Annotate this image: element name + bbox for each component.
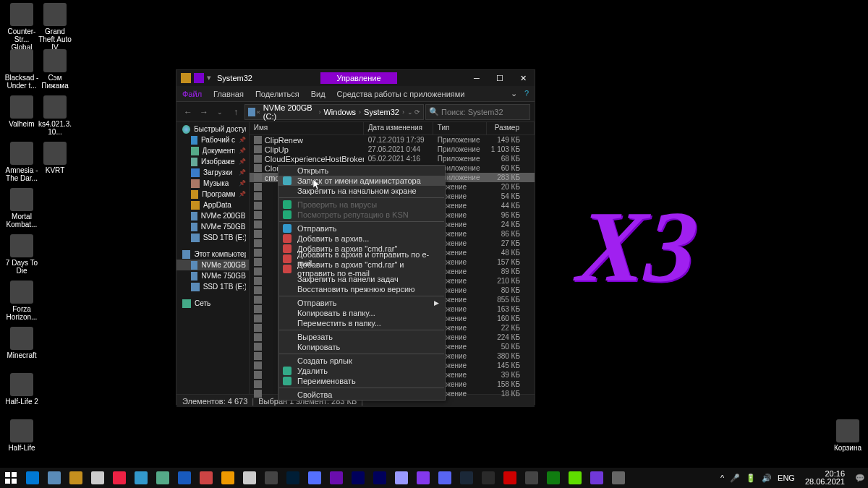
- sidebar-item[interactable]: Документы: [176, 145, 249, 156]
- taskbar-app[interactable]: [391, 468, 412, 488]
- taskbar-app[interactable]: [499, 468, 521, 488]
- sidebar-item[interactable]: Изображения: [176, 156, 249, 167]
- desktop-icon[interactable]: Mortal Kombat...: [4, 188, 39, 228]
- desktop-icon[interactable]: Half-Life 2: [4, 373, 39, 406]
- context-menu-item[interactable]: Закрепить на панели задач: [278, 274, 445, 284]
- sidebar-item[interactable]: Сеть: [176, 298, 249, 309]
- taskbar-app[interactable]: [564, 468, 586, 488]
- desktop-icon[interactable]: Корзина: [830, 419, 865, 452]
- context-menu-item[interactable]: Создать ярлык: [278, 356, 445, 366]
- taskbar-app[interactable]: [239, 468, 260, 488]
- sidebar-item[interactable]: NVMe 200GB (C: ≠: [176, 210, 249, 221]
- context-menu-item[interactable]: Вырезать: [278, 332, 445, 342]
- context-menu-item[interactable]: Копировать в папку...: [278, 308, 445, 318]
- desktop-icon[interactable]: Amnesia - The Dar...: [4, 142, 39, 182]
- desktop-icon[interactable]: ks4.021.3.10...: [38, 95, 72, 136]
- file-row[interactable]: ClipUp27.06.2021 0:44Приложение1 103 КБ: [250, 145, 535, 154]
- context-menu-item[interactable]: Копировать: [278, 342, 445, 352]
- taskbar-app[interactable]: [304, 468, 326, 488]
- desktop-icon[interactable]: Blacksad - Under t...: [4, 49, 39, 90]
- desktop-icon[interactable]: Half-Life: [4, 419, 39, 452]
- context-menu-item[interactable]: Переименовать: [278, 376, 445, 386]
- tray-expand-icon[interactable]: ^: [720, 474, 724, 482]
- ribbon-view[interactable]: Вид: [311, 90, 326, 98]
- sidebar-item[interactable]: NVMe 200GB (C:): [176, 260, 249, 270]
- taskbar-app[interactable]: [542, 468, 564, 488]
- file-row[interactable]: ClipRenew07.12.2019 17:39Приложение149 К…: [250, 135, 535, 145]
- desktop-icon[interactable]: Minecraft: [4, 327, 39, 359]
- taskbar-app[interactable]: [521, 468, 542, 488]
- sidebar-item[interactable]: NVMe 750GB (D:): [176, 270, 249, 281]
- sidebar-item[interactable]: SSD 1TB (E:): [176, 232, 249, 243]
- start-button[interactable]: [0, 468, 22, 488]
- context-menu-item[interactable]: Открыть: [278, 166, 445, 176]
- help-icon[interactable]: ?: [524, 89, 529, 98]
- desktop-icon[interactable]: KVRT: [38, 142, 72, 174]
- taskbar-app[interactable]: [282, 468, 304, 488]
- desktop-icon[interactable]: Grand Theft Auto IV: [38, 3, 72, 51]
- volume-icon[interactable]: 🔊: [762, 474, 772, 483]
- desktop-icon[interactable]: Forza Horizon...: [4, 281, 39, 321]
- context-menu-item[interactable]: Переместить в папку...: [278, 318, 445, 328]
- battery-icon[interactable]: 🔋: [746, 474, 756, 483]
- desktop-icon[interactable]: Valheim: [4, 95, 39, 128]
- col-type[interactable]: Тип: [433, 122, 487, 134]
- taskbar-app[interactable]: [87, 468, 109, 488]
- taskbar-app[interactable]: [260, 468, 282, 488]
- taskbar-app[interactable]: [217, 468, 239, 488]
- back-button[interactable]: ←: [181, 105, 195, 119]
- search-input[interactable]: 🔍 Поиск: System32: [425, 104, 530, 120]
- sidebar-item[interactable]: Рабочий стол: [176, 134, 249, 145]
- titlebar[interactable]: ▾ System32 Управление ─ ☐ ✕: [176, 70, 535, 86]
- sidebar-item[interactable]: NVMe 750GB (D: ≠: [176, 221, 249, 232]
- crumb-drive[interactable]: NVMe 200GB (C:): [262, 103, 318, 121]
- taskbar-app[interactable]: [174, 468, 195, 488]
- sidebar-item[interactable]: Программы: [176, 189, 249, 200]
- up-button[interactable]: ↑: [229, 105, 243, 119]
- ribbon-apptools[interactable]: Средства работы с приложениями: [337, 90, 465, 98]
- refresh-icon[interactable]: ⟳: [414, 108, 420, 116]
- taskbar-app[interactable]: [43, 468, 65, 488]
- taskbar-app[interactable]: [477, 468, 499, 488]
- context-menu-item[interactable]: Свойства: [278, 390, 445, 400]
- taskbar-app[interactable]: [456, 468, 477, 488]
- ribbon-home[interactable]: Главная: [213, 90, 244, 98]
- context-menu-item[interactable]: Запуск от имени администратора: [278, 176, 445, 186]
- context-menu-item[interactable]: Восстановить прежнюю версию: [278, 284, 445, 294]
- maximize-button[interactable]: ☐: [488, 70, 511, 86]
- desktop-icon[interactable]: 7 Days To Die: [4, 234, 39, 275]
- col-size[interactable]: Размер: [487, 122, 535, 134]
- recent-button[interactable]: ⌄: [213, 105, 227, 119]
- context-menu-item[interactable]: Добавить в архив...: [278, 234, 445, 244]
- col-date[interactable]: Дата изменения: [364, 122, 433, 134]
- taskbar-app[interactable]: [109, 468, 130, 488]
- clock[interactable]: 20:16 28.06.2021: [801, 470, 849, 486]
- col-name[interactable]: Имя: [250, 122, 364, 134]
- sidebar-item[interactable]: AppData: [176, 200, 249, 210]
- context-menu-item[interactable]: Отправить▶: [278, 298, 445, 308]
- context-menu-item[interactable]: Удалить: [278, 366, 445, 376]
- taskbar-app[interactable]: [152, 468, 174, 488]
- taskbar-app[interactable]: [412, 468, 434, 488]
- taskbar-app[interactable]: [130, 468, 152, 488]
- sidebar-item[interactable]: Загрузки: [176, 167, 249, 178]
- addr-dropdown-icon[interactable]: ⌄: [407, 108, 413, 116]
- crumb-windows[interactable]: Windows: [322, 108, 357, 116]
- address-bar[interactable]: « NVMe 200GB (C:)› Windows› System32› ⌄ …: [244, 104, 424, 120]
- taskbar-app[interactable]: [369, 468, 391, 488]
- context-menu-item[interactable]: Проверить на вирусы: [278, 200, 445, 210]
- sidebar-item[interactable]: Этот компьютер: [176, 249, 249, 260]
- minimize-button[interactable]: ─: [465, 70, 488, 86]
- manage-tab[interactable]: Управление: [320, 72, 396, 84]
- forward-button[interactable]: →: [197, 105, 211, 119]
- taskbar-app[interactable]: [195, 468, 217, 488]
- sidebar-item[interactable]: Музыка: [176, 178, 249, 189]
- taskbar-app[interactable]: [22, 468, 43, 488]
- microphone-icon[interactable]: 🎤: [730, 474, 740, 483]
- taskbar-app[interactable]: [326, 468, 347, 488]
- taskbar-app[interactable]: [608, 468, 629, 488]
- taskbar-app[interactable]: [65, 468, 87, 488]
- sidebar-item[interactable]: Быстрый доступ: [176, 124, 249, 134]
- context-menu-item[interactable]: Закрепить на начальном экране: [278, 186, 445, 196]
- taskbar-app[interactable]: [586, 468, 608, 488]
